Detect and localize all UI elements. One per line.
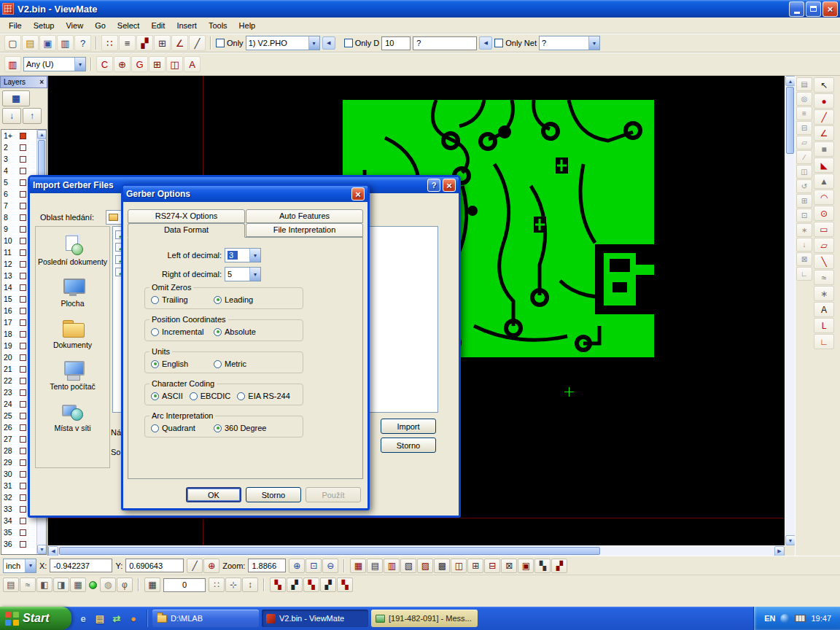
messenger-tray-icon[interactable] <box>780 614 790 623</box>
only-net-toggle[interactable]: Only Net <box>494 39 537 47</box>
layer-table-button[interactable]: ▦ <box>2 90 30 106</box>
layer-row-1[interactable]: 1+ <box>1 130 36 141</box>
only-layer-checkbox[interactable] <box>216 39 225 47</box>
pattern-b-button[interactable]: ▞ <box>551 559 567 573</box>
grid-value-field[interactable]: 0 <box>163 578 206 592</box>
gerber-dialog-titlebar[interactable]: Gerber Options × <box>123 186 368 202</box>
radio-ebcdic[interactable]: EBCDIC <box>190 392 231 400</box>
taskbar-button-message[interactable]: [191-482-091] - Mess... <box>371 610 478 627</box>
zoom-out-button[interactable]: ⊖ <box>322 559 338 573</box>
layer-row-35[interactable]: 35 <box>1 526 36 538</box>
scrollbar-thumb[interactable] <box>786 87 794 154</box>
taskbar-button-mlab-explorer[interactable]: D:\MLAB <box>152 610 259 627</box>
bulb-button[interactable]: ◍ <box>100 578 116 592</box>
pad-tool-button[interactable]: ● <box>814 93 834 109</box>
selection-filter-combo[interactable]: Any (U) ▾ <box>23 57 86 71</box>
point-tool-button[interactable]: ⊡ <box>796 209 812 222</box>
layer-table-button[interactable]: ⊞ <box>154 35 171 51</box>
arc-tool-button[interactable]: ◠ <box>814 190 834 205</box>
pad-display-button[interactable]: ∷ <box>101 35 118 51</box>
browser-button[interactable]: ● <box>126 611 141 626</box>
save-button[interactable]: ▣ <box>39 35 56 51</box>
tab-auto-features[interactable]: Auto Features <box>246 209 363 223</box>
only-d-checkbox[interactable] <box>344 39 353 47</box>
radio-english[interactable]: English <box>151 359 214 368</box>
place-desktop[interactable]: Plocha <box>36 276 109 308</box>
place-computer[interactable]: Tento počítač <box>36 359 109 391</box>
place-recent[interactable]: Poslední dokumenty <box>36 234 109 266</box>
gerber-close-button[interactable]: × <box>351 187 365 201</box>
chevron-down-icon[interactable]: ▾ <box>249 249 260 262</box>
probe-button[interactable]: φ <box>117 578 133 592</box>
radio-incremental[interactable]: Incremental <box>151 327 214 336</box>
canvas-vscrollbar[interactable]: ▲ ▼ <box>785 76 795 545</box>
checker-c-button[interactable]: ▚ <box>303 578 319 592</box>
annotate-button[interactable]: A <box>184 56 201 72</box>
undo-tool-button[interactable]: ↺ <box>796 179 812 193</box>
scroll-right-icon[interactable]: ▶ <box>774 546 785 556</box>
pad-select-button[interactable]: ⊞ <box>149 56 166 72</box>
checker-a-button[interactable]: ▚ <box>270 578 286 592</box>
layers-panel-header[interactable]: Layers × <box>0 76 47 88</box>
zoom-window-button[interactable]: ⊡ <box>306 559 322 573</box>
draw-filled-button[interactable]: ▦ <box>350 559 366 573</box>
place-network[interactable]: Místa v síti <box>36 400 109 432</box>
menu-insert[interactable]: Insert <box>171 19 203 32</box>
remove-tool-button[interactable]: ⊟ <box>796 121 812 135</box>
mirror-tool-button[interactable]: ▲ <box>814 174 834 189</box>
open-file-button[interactable]: ▤ <box>22 35 39 51</box>
select-mode-button[interactable]: ▤ <box>3 578 19 592</box>
l-shape-tool-button[interactable]: L <box>814 318 834 333</box>
tab-file-interpretation[interactable]: File Interpretation <box>246 223 363 237</box>
hook-tool-button[interactable]: ∟ <box>814 334 834 349</box>
radio-trailing[interactable]: Trailing <box>151 295 214 304</box>
restore-button[interactable] <box>806 1 821 17</box>
drop-tool-button[interactable]: ↓ <box>796 238 812 252</box>
dot-grid-button[interactable]: ∷ <box>209 578 225 592</box>
snap-grid-button[interactable]: ▦ <box>144 578 160 592</box>
apply-button[interactable]: Použít <box>306 487 361 502</box>
move-layer-down-button[interactable]: ↓ <box>2 108 21 124</box>
folders-button[interactable]: ▤ <box>93 611 107 626</box>
updown-button[interactable]: ↕ <box>242 578 258 592</box>
negative-mode-button[interactable]: ◫ <box>451 559 467 573</box>
right-of-decimal-combo[interactable]: 5 ▾ <box>225 267 261 281</box>
flash-mode-button[interactable]: ▩ <box>434 559 450 573</box>
chevron-down-icon[interactable]: ▾ <box>308 36 319 50</box>
aperture-list-button[interactable]: ≡ <box>119 35 136 51</box>
delete-tool-button[interactable]: ⊠ <box>796 252 812 266</box>
left-of-decimal-combo[interactable]: 3 ▾ <box>225 248 261 262</box>
dcode-show-button[interactable]: ▣ <box>518 559 534 573</box>
half-left-button[interactable]: ◧ <box>36 578 52 592</box>
only-d-toggle[interactable]: Only D <box>344 39 380 47</box>
import-cancel-button[interactable]: Storno <box>381 438 436 453</box>
net-select-button[interactable]: ◫ <box>166 56 183 72</box>
corner-tool-button[interactable]: ∟ <box>796 267 812 281</box>
tab-data-format[interactable]: Data Format <box>128 223 245 238</box>
select-cursor-button[interactable]: ↖ <box>814 77 834 93</box>
prev-layer-button[interactable]: ◀ <box>322 36 335 50</box>
language-indicator[interactable]: EN <box>764 614 775 623</box>
only-net-checkbox[interactable] <box>494 39 503 47</box>
window-tool-button[interactable]: ◫ <box>796 165 812 179</box>
new-file-button[interactable]: ▢ <box>4 35 21 51</box>
slice-tool-button[interactable]: ∕ <box>796 150 812 164</box>
only-layer-toggle[interactable]: Only <box>216 39 244 47</box>
scroll-up-icon[interactable]: ▲ <box>37 130 47 139</box>
checker-d-button[interactable]: ▞ <box>320 578 336 592</box>
radio-metric[interactable]: Metric <box>214 359 276 368</box>
radio-360-degree[interactable]: 360 Degree <box>214 424 276 432</box>
layer-row-3[interactable]: 3 <box>1 153 36 165</box>
list-tool-button[interactable]: ≡ <box>796 106 812 120</box>
add-tool-button[interactable]: ⊞ <box>796 194 812 208</box>
thin-line-tool-button[interactable]: ╲ <box>814 254 834 269</box>
units-combo[interactable]: inch ▾ <box>3 559 36 573</box>
close-button[interactable]: × <box>822 1 838 17</box>
radio-eia-rs-244[interactable]: EIA RS-244 <box>237 392 289 400</box>
pattern-a-button[interactable]: ▚ <box>534 559 551 573</box>
storno-button[interactable]: Storno <box>246 487 301 502</box>
grid-off-button[interactable]: ⊠ <box>501 559 517 573</box>
polyline-tool-button[interactable]: ∠ <box>814 125 834 141</box>
menu-edit[interactable]: Edit <box>145 19 171 32</box>
grid-lines-button[interactable]: ⊟ <box>484 559 500 573</box>
